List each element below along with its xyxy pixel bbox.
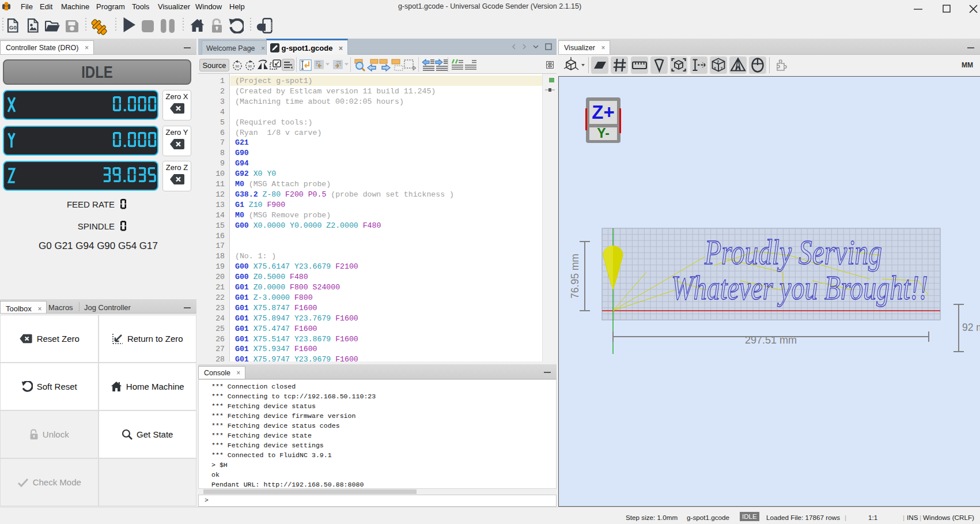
svg-text:G0: G0 — [9, 24, 17, 31]
svg-text:297.51 mm: 297.51 mm — [745, 334, 797, 346]
svg-text:90: 90 — [248, 65, 252, 68]
svg-text:Proudly Serving: Proudly Serving — [704, 232, 882, 272]
svg-text:90: 90 — [235, 65, 239, 68]
svg-text:Y: Y — [720, 66, 722, 70]
svg-text:Z: Z — [717, 60, 720, 64]
svg-text:X: X — [714, 66, 716, 70]
svg-text:76.95 mm: 76.95 mm — [569, 254, 581, 299]
svg-text:Whatever you Brought!!: Whatever you Brought!! — [671, 269, 928, 307]
svg-text:92 m: 92 m — [962, 322, 980, 333]
